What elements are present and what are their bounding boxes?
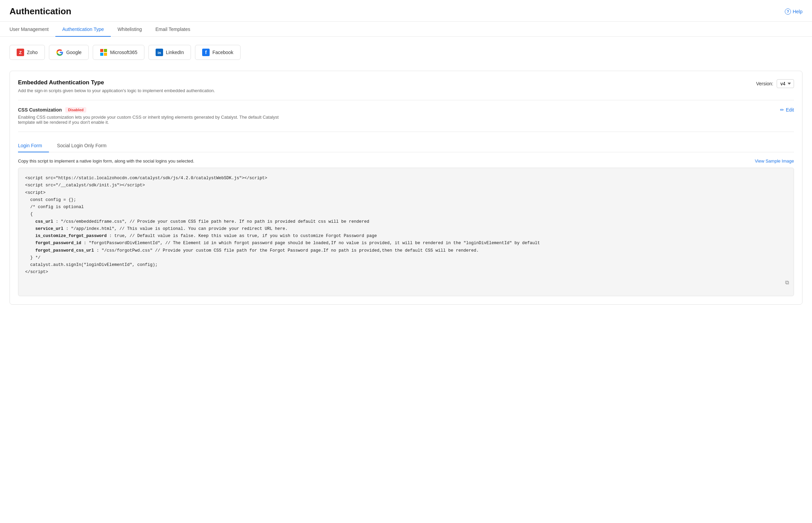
facebook-icon: f <box>202 49 210 56</box>
script-src-2: <script src="/__catalyst/sdk/init.js"></… <box>25 183 145 188</box>
config-comment: /* config is optional <box>30 205 84 209</box>
embedded-header-row: Embedded Authentication Type Add the sig… <box>18 79 794 93</box>
version-select[interactable]: v4 v3 v2 <box>777 79 794 88</box>
svg-text:in: in <box>158 51 161 55</box>
google-icon <box>56 49 64 56</box>
is-customize-val: : true, // Default value is false. Keep … <box>107 234 377 238</box>
google-label: Google <box>66 50 82 55</box>
form-tabs: Login Form Social Login Only Form <box>18 139 794 152</box>
service-url-key: service_url <box>35 226 64 231</box>
tab-social-login-only-form[interactable]: Social Login Only Form <box>57 139 113 152</box>
tab-email-templates[interactable]: Email Templates <box>148 22 197 37</box>
is-customize-key: is_customize_forgot_password <box>35 234 107 238</box>
provider-zoho[interactable]: Z Zoho <box>10 45 45 60</box>
tab-user-management[interactable]: User Management <box>10 22 55 37</box>
content-area: Z Zoho Google <box>0 37 812 313</box>
forgot-pwd-id-val: : "forgotPasswordDivElementId", // The E… <box>81 241 540 246</box>
version-selector: Version: v4 v3 v2 <box>756 79 794 88</box>
zoho-label: Zoho <box>27 50 38 55</box>
edit-pencil-icon: ✏ <box>780 107 784 113</box>
embedded-auth-title: Embedded Authentication Type <box>18 79 215 86</box>
script-open: <script> <box>25 190 46 195</box>
embedded-title-group: Embedded Authentication Type Add the sig… <box>18 79 215 93</box>
forgot-pwd-css-key: forgot_password_css_url <box>35 248 94 253</box>
css-disabled-badge: Disabled <box>65 107 86 113</box>
version-label: Version: <box>756 81 773 86</box>
microsoft365-label: Microsoft365 <box>110 50 137 55</box>
help-icon: ? <box>785 9 791 15</box>
embedded-auth-desc: Add the sign-in scripts given below to y… <box>18 88 215 93</box>
edit-button[interactable]: ✏ Edit <box>780 107 794 113</box>
microsoft-icon <box>100 49 107 56</box>
tab-login-form[interactable]: Login Form <box>18 139 49 152</box>
top-tabs-nav: User Management Authentication Type Whit… <box>0 22 812 37</box>
copy-icon: ⧉ <box>785 280 789 285</box>
forgot-pwd-css-val: : "/css/forgotPwd.css" // Provide your c… <box>94 248 479 253</box>
svg-rect-3 <box>100 49 103 52</box>
svg-rect-4 <box>104 49 107 52</box>
edit-label: Edit <box>786 107 794 113</box>
config-brace-close: } */ <box>30 255 40 260</box>
css-cust-left: CSS Customization Disabled Enabling CSS … <box>18 107 290 125</box>
svg-rect-6 <box>104 53 107 56</box>
css-cust-title-row: CSS Customization Disabled <box>18 107 290 113</box>
provider-microsoft365[interactable]: Microsoft365 <box>93 45 144 60</box>
config-const: const config = {}; <box>30 198 76 202</box>
css-cust-title: CSS Customization <box>18 107 62 113</box>
provider-pills: Z Zoho Google <box>10 45 802 60</box>
facebook-label: Facebook <box>212 50 233 55</box>
css-url-val: : "/css/embeddediframe.css", // Provide … <box>53 219 369 224</box>
svg-text:Z: Z <box>19 50 22 55</box>
catalyst-signin: catalyst.auth.signIn("loginDivElementId"… <box>30 263 158 267</box>
linkedin-icon: in <box>156 49 163 56</box>
page-header: Authentication ? Help <box>0 0 812 22</box>
divider-2 <box>18 132 794 132</box>
script-src-1: <script src="https://static.localzohocdn… <box>25 176 267 181</box>
script-close: </script> <box>25 270 48 274</box>
service-url-val: : "/app/index.html", // This value is op… <box>64 226 288 231</box>
code-block: <script src="https://static.localzohocdn… <box>18 168 794 296</box>
help-label: Help <box>793 9 802 14</box>
divider-1 <box>18 100 794 100</box>
view-sample-image-link[interactable]: View Sample Image <box>755 158 794 164</box>
css-cust-desc: Enabling CSS customization lets you prov… <box>18 115 290 125</box>
script-header-row: Copy this script to implement a native l… <box>18 158 794 164</box>
svg-rect-5 <box>100 53 103 56</box>
help-link[interactable]: ? Help <box>785 9 802 15</box>
linkedin-label: LinkedIn <box>166 50 184 55</box>
zoho-icon: Z <box>17 49 24 56</box>
config-brace-open: { <box>30 212 33 217</box>
copy-icon-button[interactable]: ⧉ <box>773 273 789 292</box>
provider-google[interactable]: Google <box>49 45 89 60</box>
css-url-key: css_url <box>35 219 53 224</box>
embedded-auth-card: Embedded Authentication Type Add the sig… <box>10 71 802 305</box>
page-title: Authentication <box>10 6 71 17</box>
tab-authentication-type[interactable]: Authentication Type <box>55 22 111 37</box>
provider-linkedin[interactable]: in LinkedIn <box>148 45 191 60</box>
script-info-text: Copy this script to implement a native l… <box>18 158 194 164</box>
svg-text:f: f <box>205 50 207 55</box>
forgot-pwd-id-key: forgot_password_id <box>35 241 81 246</box>
css-customization-row: CSS Customization Disabled Enabling CSS … <box>18 107 794 125</box>
provider-facebook[interactable]: f Facebook <box>195 45 240 60</box>
tab-whitelisting[interactable]: Whitelisting <box>111 22 149 37</box>
